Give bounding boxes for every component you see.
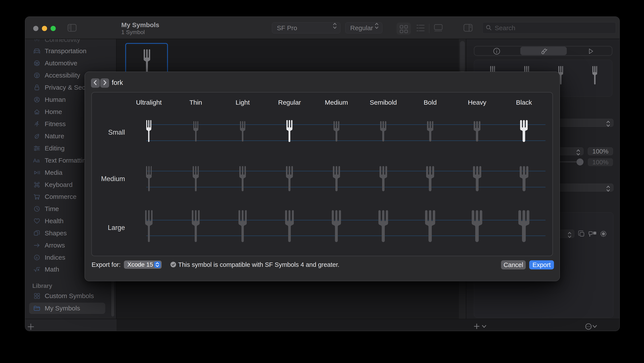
size-row-label: Small bbox=[108, 129, 125, 136]
weight-popup-value: Regular bbox=[350, 24, 373, 32]
layers-panel-icon[interactable] bbox=[588, 229, 598, 239]
baseline bbox=[146, 236, 546, 236]
grid-view-button[interactable] bbox=[396, 23, 411, 35]
play-tab-icon[interactable] bbox=[585, 46, 596, 58]
xcode-version-value: Xcode 15 bbox=[127, 261, 153, 268]
info-tab-icon[interactable] bbox=[491, 46, 502, 58]
fork-glyph-small-bold bbox=[427, 121, 434, 142]
export-for-label: Export for: bbox=[92, 261, 121, 268]
sidebar-item-my-symbols[interactable]: My Symbols bbox=[29, 303, 105, 314]
sidebar-bottom-bg bbox=[25, 319, 116, 331]
weight-column-header: Regular bbox=[278, 99, 301, 106]
fork-glyph-large-semibold bbox=[378, 210, 388, 243]
stepper-icon bbox=[605, 119, 612, 129]
weight-grid: UltralightThinLightRegularMediumSemibold… bbox=[91, 92, 553, 256]
search-icon bbox=[486, 25, 492, 32]
weight-column-header: Light bbox=[236, 99, 250, 106]
xcode-version-popup[interactable]: Xcode 15 bbox=[124, 260, 162, 269]
stepper-icon bbox=[374, 21, 380, 32]
toggle-sidebar-icon[interactable] bbox=[68, 24, 76, 33]
search-placeholder: Search bbox=[495, 24, 515, 32]
slider-knob[interactable] bbox=[576, 159, 584, 165]
screen: ConnectivityTransportationAutomotiveAcce… bbox=[0, 0, 644, 363]
zoom-field[interactable]: 100% bbox=[588, 147, 613, 155]
toolbar: My Symbols 1 Symbol SF Pro Regular Searc… bbox=[25, 17, 620, 39]
capline bbox=[146, 171, 546, 171]
window-bottom-bar bbox=[25, 319, 620, 331]
fork-glyph-large-ultralight bbox=[145, 210, 152, 243]
list-view-button[interactable] bbox=[416, 24, 425, 33]
fork-glyph-large-medium bbox=[332, 210, 341, 243]
weight-column-header: Ultralight bbox=[136, 99, 162, 106]
export-button[interactable]: Export bbox=[529, 260, 554, 269]
export-dialog: fork UltralightThinLightRegularMediumSem… bbox=[84, 72, 560, 281]
fork-glyph-large-black bbox=[518, 210, 530, 243]
window-subtitle: 1 Symbol bbox=[121, 29, 145, 36]
weight-column-header: Semibold bbox=[370, 99, 397, 106]
fork-glyph-small-medium bbox=[334, 121, 339, 142]
inspector-add-button[interactable] bbox=[474, 323, 480, 330]
sidebar-item-custom-symbols[interactable]: Custom Symbols bbox=[29, 290, 105, 301]
fork-glyph-large-bold bbox=[425, 210, 435, 243]
zoom-button[interactable] bbox=[50, 26, 56, 31]
font-popup[interactable]: SF Pro bbox=[272, 22, 340, 34]
stepper-icon bbox=[605, 184, 612, 194]
copy-layers-icon[interactable] bbox=[577, 229, 586, 239]
folder-icon bbox=[29, 304, 45, 313]
preview-fork bbox=[592, 66, 597, 85]
capline bbox=[146, 220, 546, 220]
fork-glyph-medium-semibold bbox=[380, 166, 387, 192]
search-field[interactable]: Search bbox=[482, 22, 616, 34]
forward-button[interactable] bbox=[100, 78, 109, 88]
dashed-circle-icon[interactable] bbox=[599, 229, 608, 239]
fork-glyph-small-regular bbox=[286, 120, 292, 143]
fork-glyph-small-black bbox=[520, 120, 528, 143]
fork-glyph-medium-medium bbox=[333, 166, 340, 192]
size-row-label: Medium bbox=[101, 175, 125, 183]
more-options-button[interactable] bbox=[585, 323, 592, 331]
paintbrush-tab-icon[interactable] bbox=[538, 46, 550, 58]
weight-column-header: Bold bbox=[424, 99, 437, 106]
secondary-zoom-field[interactable]: 100% bbox=[588, 158, 613, 166]
dialog-symbol-name: fork bbox=[112, 79, 123, 87]
fork-glyph-small-heavy bbox=[474, 121, 480, 142]
capline bbox=[146, 124, 546, 125]
toggle-inspector-icon[interactable] bbox=[464, 24, 472, 33]
fork-glyph-small-thin bbox=[193, 121, 198, 142]
stepper-icon bbox=[575, 148, 582, 158]
weight-popup[interactable]: Regular bbox=[345, 22, 382, 34]
fork-glyph-small-light bbox=[240, 121, 246, 142]
fork-glyph-large-heavy bbox=[472, 210, 482, 243]
weight-column-header: Heavy bbox=[468, 99, 486, 106]
size-row-label: Large bbox=[108, 224, 125, 232]
export-label: Export bbox=[532, 261, 551, 268]
fork-glyph-medium-bold bbox=[426, 166, 434, 192]
fork-glyph-large-regular bbox=[285, 210, 294, 243]
xcode-popup-stepper bbox=[154, 261, 160, 268]
compatibility-note: This symbol is compatible with SF Symbol… bbox=[178, 261, 339, 268]
view-separator bbox=[429, 24, 430, 33]
canvas-scrollbar[interactable] bbox=[460, 41, 465, 72]
fork-glyph-medium-ultralight bbox=[146, 166, 152, 192]
more-chevron-icon[interactable] bbox=[592, 324, 598, 329]
add-symbol-button[interactable] bbox=[27, 323, 34, 331]
chevron-left-icon bbox=[91, 78, 100, 88]
fork-glyph-small-ultralight bbox=[146, 120, 151, 143]
fork-glyph-medium-light bbox=[239, 166, 246, 192]
cancel-button[interactable]: Cancel bbox=[501, 260, 526, 269]
symbol-thumbnail-fork bbox=[144, 49, 150, 75]
close-button[interactable] bbox=[33, 26, 38, 31]
minimize-button[interactable] bbox=[42, 26, 47, 31]
baseline bbox=[146, 187, 546, 187]
gallery-view-button[interactable] bbox=[434, 24, 443, 33]
weight-column-header: Black bbox=[516, 99, 532, 106]
add-chevron-icon[interactable] bbox=[481, 324, 487, 329]
fork-glyph-medium-thin bbox=[193, 166, 199, 192]
back-button[interactable] bbox=[91, 78, 100, 88]
fork-glyph-large-light bbox=[238, 210, 247, 243]
stepper-icon bbox=[332, 21, 338, 32]
fork-glyph-medium-regular bbox=[286, 166, 293, 192]
fork-glyph-small-semibold bbox=[380, 121, 386, 142]
fork-glyph-medium-heavy bbox=[473, 166, 481, 192]
font-popup-value: SF Pro bbox=[277, 24, 297, 32]
